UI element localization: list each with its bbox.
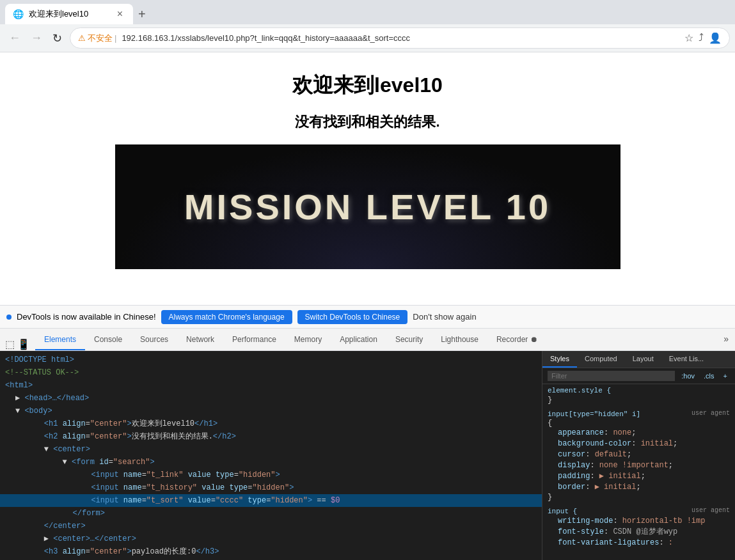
- tab-security[interactable]: Security: [386, 330, 432, 350]
- notification-dot: [6, 315, 12, 320]
- filter-cls-button[interactable]: .cls: [701, 371, 717, 381]
- titlebar: 🌐 欢迎来到level10 × +: [0, 0, 735, 24]
- styles-element-style: element.style { }: [542, 384, 735, 407]
- address-input[interactable]: ⚠ 不安全 | 192.168.163.1/xsslabs/level10.ph…: [70, 27, 730, 49]
- prop-font-variant: font-variant-ligatures: :: [548, 538, 730, 548]
- html-line: <input name="t_history" value type="hidd…: [0, 481, 542, 494]
- prop-border: border: ▶ initial;: [548, 482, 730, 493]
- more-tabs-button[interactable]: »: [717, 329, 735, 350]
- devtools-notification: DevTools is now available in Chinese! Al…: [0, 305, 735, 328]
- html-line: </form>: [0, 507, 542, 520]
- tab-performance[interactable]: Performance: [223, 330, 285, 350]
- profile-icon[interactable]: 👤: [709, 32, 722, 44]
- tab-layout[interactable]: Layout: [625, 351, 661, 368]
- html-line: <h3 align="center">payload的长度:0</h3>: [0, 545, 542, 558]
- address-bar: ← → ↻ ⚠ 不安全 | 192.168.163.1/xsslabs/leve…: [0, 24, 735, 52]
- html-line: ▼ <center>: [0, 443, 542, 456]
- filter-hov-button[interactable]: :hov: [679, 371, 697, 381]
- tab-console[interactable]: Console: [85, 330, 131, 350]
- notification-text: DevTools is now available in Chinese!: [17, 312, 156, 322]
- styles-tabs: Styles Computed Layout Event Lis...: [542, 351, 735, 368]
- html-line: </center>: [0, 520, 542, 533]
- styles-panel: Styles Computed Layout Event Lis... :hov…: [542, 351, 735, 560]
- html-line: ▶ <center>…</center>: [0, 533, 542, 545]
- element-style-header: element.style {: [548, 387, 730, 394]
- tab-event-listeners[interactable]: Event Lis...: [661, 351, 711, 368]
- tab-elements[interactable]: Elements: [35, 330, 85, 350]
- html-line: ▶ <head>…</head>: [0, 392, 542, 405]
- styles-filter-input[interactable]: [548, 371, 675, 381]
- tab-title: 欢迎来到level10: [29, 8, 88, 20]
- inspect-icon[interactable]: ⬚: [5, 338, 15, 350]
- element-style-close: }: [548, 396, 730, 405]
- prop-background-color: background-color: initial;: [548, 439, 730, 449]
- devtools-tabs: ⬚ 📱 Elements Console Sources Network Per…: [0, 328, 735, 351]
- styles-rule1: input[type="hidden" i] user agent { appe…: [542, 407, 735, 504]
- styles-filter: :hov .cls +: [542, 368, 735, 384]
- styles-rule2: input { user agent writing-mode: horizon…: [542, 504, 735, 551]
- address-icons: ☆ ⤴ 👤: [684, 32, 722, 44]
- new-tab-button[interactable]: +: [133, 4, 151, 24]
- mission-text: MISSION LEVEL 10: [184, 186, 551, 228]
- prop-writing-mode: writing-mode: horizontal-tb !imp: [548, 516, 730, 527]
- url-text: 192.168.163.1/xsslabs/level10.php?t_link…: [122, 33, 679, 43]
- back-button[interactable]: ←: [5, 29, 24, 47]
- devtools-tab-icons: ⬚ 📱: [0, 338, 35, 350]
- share-icon[interactable]: ⤴: [699, 32, 704, 44]
- device-icon[interactable]: 📱: [17, 338, 30, 350]
- dont-show-again-button[interactable]: Don't show again: [413, 312, 476, 322]
- html-line-highlighted: <input name="t_sort" value="cccc" type="…: [0, 494, 542, 507]
- page-subtitle: 没有找到和相关的结果.: [295, 113, 439, 132]
- rule1-open: {: [548, 419, 730, 428]
- tab-network[interactable]: Network: [177, 330, 223, 350]
- reload-button[interactable]: ↻: [49, 29, 66, 48]
- html-line: <!--STATUS OK-->: [0, 366, 542, 379]
- bookmark-icon[interactable]: ☆: [684, 32, 693, 44]
- tab-favicon: 🌐: [13, 9, 24, 19]
- html-panel[interactable]: <!DOCTYPE html> <!--STATUS OK--> <html> …: [0, 351, 542, 560]
- tab-sources[interactable]: Sources: [131, 330, 177, 350]
- tab-close-button[interactable]: ×: [115, 7, 125, 21]
- rule1-close: }: [548, 493, 730, 502]
- tab-computed[interactable]: Computed: [577, 351, 625, 368]
- prop-font-style: font-style: CSDN @追梦者wyp: [548, 527, 730, 538]
- html-line: <h1 align="center">欢迎来到level10</h1>: [0, 417, 542, 430]
- html-line: ▼ <body>: [0, 405, 542, 417]
- prop-display: display: none !important;: [548, 460, 730, 471]
- page-content: 欢迎来到level10 没有找到和相关的结果. MISSION LEVEL 10: [0, 52, 735, 305]
- warning-icon: ⚠: [78, 33, 86, 43]
- tab-styles[interactable]: Styles: [542, 351, 577, 368]
- forward-button[interactable]: →: [27, 29, 46, 47]
- html-line: <!DOCTYPE html>: [0, 354, 542, 366]
- devtools-panel: <!DOCTYPE html> <!--STATUS OK--> <html> …: [0, 351, 735, 560]
- prop-appearance: appearance: none;: [548, 428, 730, 439]
- html-line: ▼ <form id="search">: [0, 456, 542, 469]
- prop-cursor: cursor: default;: [548, 449, 730, 460]
- rule2-selector: input { user agent: [548, 507, 730, 516]
- tab-memory[interactable]: Memory: [285, 330, 331, 350]
- switch-chinese-button[interactable]: Switch DevTools to Chinese: [297, 310, 408, 324]
- html-line: <html>: [0, 379, 542, 392]
- nav-buttons: ← → ↻: [5, 29, 66, 48]
- prop-padding: padding: ▶ initial;: [548, 471, 730, 482]
- match-language-button[interactable]: Always match Chrome's language: [161, 310, 292, 324]
- tab-application[interactable]: Application: [331, 330, 386, 350]
- browser-tab[interactable]: 🌐 欢迎来到level10 ×: [5, 4, 133, 24]
- tab-bar: 🌐 欢迎来到level10 × +: [5, 0, 151, 24]
- insecure-warning: ⚠ 不安全 |: [78, 33, 116, 44]
- rule1-selector: input[type="hidden" i] user agent: [548, 410, 730, 419]
- html-line: <h2 align="center">没有找到和相关的结果.</h2>: [0, 430, 542, 443]
- mission-image: MISSION LEVEL 10: [115, 144, 620, 269]
- page-title: 欢迎来到level10: [292, 72, 443, 100]
- html-line: <input name="t_link" value type="hidden"…: [0, 469, 542, 481]
- tab-recorder[interactable]: Recorder ⏺: [487, 330, 547, 350]
- tab-lighthouse[interactable]: Lighthouse: [432, 330, 487, 350]
- filter-plus-button[interactable]: +: [721, 371, 730, 381]
